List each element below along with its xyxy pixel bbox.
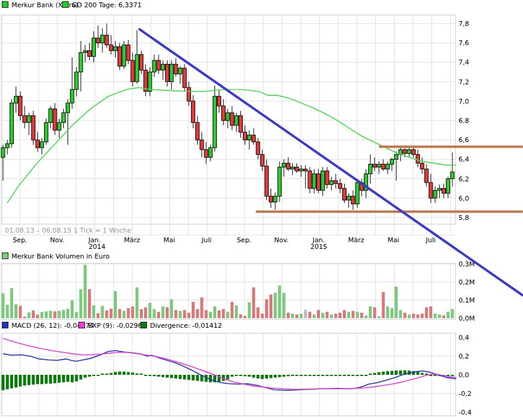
axis-tick-label: Sep. [13, 236, 27, 244]
divergence-bar [339, 375, 342, 376]
volume-bar [252, 287, 255, 318]
divergence-bar [390, 371, 393, 375]
candle-body [226, 113, 230, 121]
divergence-bar [92, 375, 95, 376]
axis-tick-label: Mai [163, 236, 175, 244]
candle-body [200, 140, 204, 149]
axis-tick-label: Nov. [274, 236, 289, 244]
divergence-bar [356, 375, 359, 376]
volume-bar [183, 310, 186, 319]
volume-bar [179, 311, 182, 318]
divergence-bar [325, 375, 328, 376]
volume-bar [438, 315, 441, 318]
stock-chart-window: 7,87,67,47,27,06,86,66,46,26,05,80,3M0,2… [0, 0, 523, 420]
candle-body [213, 96, 216, 148]
candle-body [10, 103, 13, 144]
divergence-bar [235, 375, 238, 376]
volume-bar [446, 312, 449, 319]
candle-body [421, 163, 424, 169]
candle-body [75, 72, 78, 90]
candle-body [269, 196, 273, 202]
candle-body [222, 106, 225, 121]
volume-bar [231, 302, 234, 318]
divergence-bar [351, 375, 354, 376]
volume-bar [75, 312, 78, 318]
candle-body [148, 72, 152, 92]
candle-body [386, 164, 389, 169]
volume-bar [170, 299, 173, 319]
volume-bar [434, 314, 437, 319]
candle-body [14, 96, 18, 103]
candle-body [53, 109, 57, 130]
volume-bar [399, 310, 402, 319]
candle-body [161, 64, 164, 71]
series-marker-icon [2, 1, 8, 8]
divergence-bar [226, 375, 229, 380]
divergence-bar [287, 375, 290, 376]
candle-body [135, 55, 139, 82]
candle-body [87, 51, 91, 57]
volume-bar [131, 307, 134, 319]
divergence-bar [140, 374, 143, 375]
candle-body [234, 116, 238, 125]
candle-body [157, 60, 160, 70]
volume-bar [278, 286, 281, 318]
axis-tick-label: März [124, 236, 140, 244]
divergence-bar [239, 375, 242, 376]
volume-bars [2, 265, 454, 319]
volume-bar [144, 307, 147, 318]
axis-tick-label: Sep. [237, 236, 251, 244]
divergence-bar [257, 375, 260, 378]
axis-tick-label: 6,2 [459, 175, 469, 183]
divergence-bar [451, 375, 454, 376]
axis-tick-label: 7,4 [459, 58, 469, 66]
divergence-bar [105, 374, 108, 375]
candle-body [131, 60, 134, 81]
divergence-bar [88, 375, 91, 377]
volume-bar [166, 307, 169, 318]
volume-bar [66, 309, 69, 318]
divergence-bar [192, 375, 195, 380]
divergence-bar [152, 375, 155, 376]
candle-body [27, 116, 31, 122]
volume-bar [187, 313, 190, 318]
candle-body [351, 196, 355, 204]
axis-tick-label: 7,2 [459, 78, 469, 86]
volume-bar [421, 314, 424, 319]
candle-body [61, 113, 65, 122]
candle-body [70, 89, 74, 103]
candle-body [369, 164, 372, 174]
candle-body [243, 132, 247, 140]
divergence-bar [373, 373, 376, 375]
candle-body [334, 181, 337, 184]
volume-bar [334, 314, 337, 319]
candle-body [437, 189, 441, 190]
candle-body [92, 38, 96, 57]
divergence-bar [49, 375, 52, 384]
candle-body [96, 38, 100, 43]
volume-bar [269, 295, 272, 318]
ma200-label: GD 200 Tage: 6,3371 [72, 1, 142, 9]
volume-bar [287, 313, 290, 318]
divergence-bar [114, 372, 117, 375]
volume-bar [161, 307, 164, 319]
candle-body [196, 122, 199, 140]
candle-body [187, 87, 190, 101]
divergence-bar [36, 375, 39, 384]
volume-bar [148, 303, 151, 319]
candle-body [248, 135, 251, 140]
volume-bar [84, 265, 87, 319]
volume-bar [32, 310, 35, 318]
divergence-bar [248, 375, 251, 377]
divergence-bar [122, 372, 125, 375]
candle-body [19, 96, 22, 116]
candle-body [299, 169, 303, 171]
volume-bar [88, 289, 91, 318]
volume-label: Merkur Bank Volumen in Euro [11, 252, 110, 260]
volume-bar [295, 315, 298, 318]
divergence-bar [183, 375, 186, 380]
candle-body [429, 183, 433, 198]
volume-bar [416, 315, 419, 318]
divergence-bar [330, 375, 333, 376]
axis-tick-label: 7,8 [459, 20, 469, 28]
